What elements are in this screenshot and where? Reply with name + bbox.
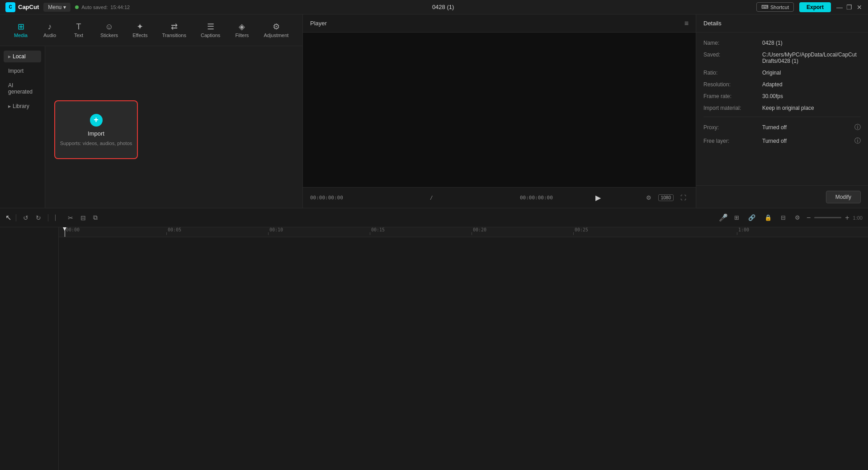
zoom-out-button[interactable]: − xyxy=(807,214,811,222)
tool-stickers-label: Stickers xyxy=(100,33,118,38)
modify-button[interactable]: Modify xyxy=(826,191,861,203)
menu-button[interactable]: Menu ▾ xyxy=(43,3,71,12)
details-body: Name: 0428 (1) Saved: C:/Users/MyPC/AppD… xyxy=(696,33,868,185)
tool-text-label: Text xyxy=(74,33,83,38)
minimize-button[interactable]: — xyxy=(836,4,843,10)
tl-separator-2 xyxy=(48,214,48,221)
sidebar-item-ai-generated[interactable]: AI generated xyxy=(4,80,41,98)
detail-name: Name: 0428 (1) xyxy=(703,40,861,46)
tool-stickers[interactable]: ☺ Stickers xyxy=(94,20,124,41)
ruler-line-3 xyxy=(370,232,370,235)
ruler-line-5 xyxy=(573,232,574,235)
timeline-body: 00:00 00:05 00:10 00:15 00:20 xyxy=(0,227,868,470)
tool-media[interactable]: ⊞ Media xyxy=(7,20,34,41)
time-separator: / xyxy=(430,195,433,201)
timeline-ruler: 00:00 00:05 00:10 00:15 00:20 xyxy=(59,227,868,237)
ruler-line-4 xyxy=(472,232,472,235)
sidebar-item-local[interactable]: ▶ Local xyxy=(4,51,41,62)
ruler-line-0 xyxy=(65,232,65,235)
ruler-tick-5: 00:25 xyxy=(573,227,588,235)
main-area: ⊞ Media ♪ Audio T Text ☺ Stickers ✦ Effe… xyxy=(0,14,868,208)
player-right-controls: ⚙ 1080 ⛶ xyxy=(644,193,689,202)
player-title: Player xyxy=(310,20,327,27)
media-icon: ⊞ xyxy=(18,23,24,31)
project-title: 0428 (1) xyxy=(432,4,454,10)
detail-framerate: Frame rate: 30.00fps xyxy=(703,93,861,99)
detail-saved: Saved: C:/Users/MyPC/AppData/Local/CapCu… xyxy=(703,52,861,64)
timeline-settings-button[interactable]: ⚙ xyxy=(792,213,803,222)
zoom-slider[interactable] xyxy=(814,217,841,218)
tool-filters[interactable]: ◈ Filters xyxy=(228,20,255,41)
top-bar-left: C CapCut Menu ▾ Auto saved: 15:44:12 xyxy=(5,2,130,12)
ruler-tick-3: 00:15 xyxy=(370,227,385,235)
timeline-right-controls: 🎤 ⊞ 🔗 🔒 ⊟ ⚙ − + 1:00 xyxy=(719,213,863,222)
local-arrow-icon: ▶ xyxy=(8,55,11,59)
detail-resolution-key: Resolution: xyxy=(703,81,762,88)
play-button[interactable]: ▶ xyxy=(595,193,601,202)
trim-button[interactable]: ✂ xyxy=(66,213,75,223)
player-settings-button[interactable]: ⚙ xyxy=(644,193,654,202)
proxy-toggle-icon[interactable]: ⓘ xyxy=(854,123,861,132)
details-header: Details xyxy=(696,14,868,33)
details-footer: Modify xyxy=(696,185,868,208)
grid-button[interactable]: ⊟ xyxy=(778,213,788,222)
ruler-line-1 xyxy=(166,232,167,235)
captions-icon: ☰ xyxy=(207,23,214,31)
detail-import-key: Import material: xyxy=(703,105,762,111)
tool-captions[interactable]: ☰ Captions xyxy=(194,20,226,41)
detail-proxy-key: Proxy: xyxy=(703,124,762,131)
player-menu-icon[interactable]: ≡ xyxy=(684,19,689,28)
detail-freelayer-key: Free layer: xyxy=(703,138,762,144)
link-button[interactable]: 🔗 xyxy=(745,213,758,222)
redo-button[interactable]: ↻ xyxy=(33,213,43,223)
sidebar-item-import[interactable]: Import xyxy=(4,65,41,77)
tool-adjustment[interactable]: ⚙ Adjustment xyxy=(257,20,295,41)
duplicate-button[interactable]: ⧉ xyxy=(91,212,100,223)
export-button[interactable]: Export xyxy=(799,2,831,12)
top-bar-right: ⌨ Shortcut Export — ❐ ✕ xyxy=(756,2,863,12)
tool-transitions-label: Transitions xyxy=(162,33,186,38)
tool-media-label: Media xyxy=(14,33,28,38)
ruler-tick-4: 00:20 xyxy=(472,227,486,235)
auto-saved-indicator: Auto saved: 15:44:12 xyxy=(75,5,130,10)
detail-ratio: Ratio: Original xyxy=(703,70,861,76)
tool-audio[interactable]: ♪ Audio xyxy=(36,20,63,41)
undo-button[interactable]: ↺ xyxy=(21,213,31,223)
tool-effects[interactable]: ✦ Effects xyxy=(126,20,154,41)
ruler-tick-2: 00:10 xyxy=(268,227,283,235)
lock-button[interactable]: 🔒 xyxy=(762,213,774,222)
delete-button[interactable]: ⊟ xyxy=(78,213,88,223)
detail-free-layer: Free layer: Turned off ⓘ xyxy=(703,137,861,145)
top-bar: C CapCut Menu ▾ Auto saved: 15:44:12 042… xyxy=(0,0,868,14)
auto-saved-label: Auto saved: xyxy=(81,5,108,10)
detail-import-val: Keep in original place xyxy=(762,105,861,111)
magnet-button[interactable]: ⊞ xyxy=(731,213,742,222)
fullscreen-button[interactable]: ⛶ xyxy=(678,193,689,202)
split-button[interactable]: ⎸ xyxy=(53,212,63,223)
detail-saved-val: C:/Users/MyPC/AppData/Local/CapCut Draft… xyxy=(762,52,861,64)
maximize-button[interactable]: ❐ xyxy=(846,4,853,10)
ruler-tick-1: 00:05 xyxy=(166,227,181,235)
cursor-tool-button[interactable]: ↖ xyxy=(5,213,11,222)
timeline-content: 00:00 00:05 00:10 00:15 00:20 xyxy=(59,227,868,470)
player-viewport xyxy=(303,33,696,187)
import-label: Import xyxy=(88,130,104,137)
tool-effects-label: Effects xyxy=(132,33,147,38)
detail-ratio-key: Ratio: xyxy=(703,70,762,76)
zoom-in-button[interactable]: + xyxy=(845,214,849,222)
sidebar-item-library[interactable]: ▶ Library xyxy=(4,100,41,112)
ruler-tick-6: 1:00 xyxy=(737,227,749,235)
mic-button[interactable]: 🎤 xyxy=(719,213,728,222)
ruler-tick-0: 00:00 xyxy=(65,227,80,235)
timeline-left-controls: ↖ ↺ ↻ ⎸ ✂ ⊟ ⧉ xyxy=(5,212,100,223)
import-box[interactable]: + Import Supports: videos, audios, photo… xyxy=(54,100,138,159)
freelayer-toggle-icon[interactable]: ⓘ xyxy=(854,137,861,145)
tool-text[interactable]: T Text xyxy=(65,20,92,41)
auto-save-dot xyxy=(75,5,79,9)
import-plus-icon: + xyxy=(90,114,103,127)
tool-transitions[interactable]: ⇄ Transitions xyxy=(156,20,193,41)
close-button[interactable]: ✕ xyxy=(856,4,863,10)
zoom-label: 1:00 xyxy=(853,215,863,221)
shortcut-button[interactable]: ⌨ Shortcut xyxy=(756,2,794,12)
resolution-badge: 1080 xyxy=(658,194,674,201)
